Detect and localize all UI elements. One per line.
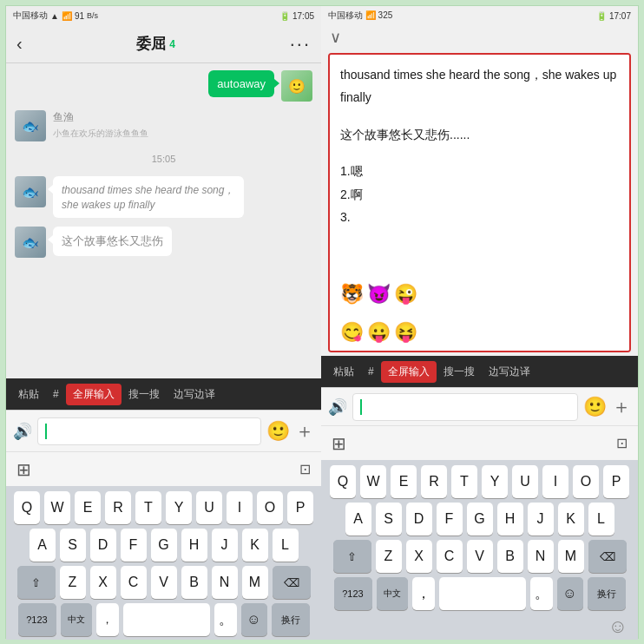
key-h[interactable]: H — [181, 529, 207, 562]
right-hashtag-button[interactable]: # — [361, 362, 381, 381]
key-q[interactable]: Q — [14, 491, 40, 524]
add-button[interactable]: ＋ — [295, 418, 314, 444]
left-chat-panel: 中国移动 ▲ 📶 91 B/s 🔋 17:05 ‹ 委屈 4 ··· — [6, 6, 321, 640]
right-key-z[interactable]: Z — [376, 540, 402, 573]
right-key-t[interactable]: T — [451, 465, 477, 498]
key-g[interactable]: G — [151, 529, 177, 562]
right-key-k[interactable]: K — [558, 503, 584, 536]
right-key-d[interactable]: D — [406, 503, 432, 536]
key-shift[interactable]: ⇧ — [17, 566, 56, 599]
right-key-a[interactable]: A — [345, 503, 371, 536]
paste-button[interactable]: 粘贴 — [11, 384, 46, 405]
right-grid-icon[interactable]: ⊞ — [332, 433, 346, 454]
right-key-y[interactable]: Y — [482, 465, 508, 498]
text-input-box[interactable] — [37, 417, 261, 445]
right-voice-icon[interactable]: 🔊 — [328, 398, 347, 417]
key-p[interactable]: P — [287, 491, 313, 524]
key-comma[interactable]: ， — [96, 603, 119, 636]
back-button[interactable]: ‹ — [16, 34, 23, 54]
voice-icon[interactable]: 🔊 — [13, 422, 32, 441]
down-icon[interactable]: ⊡ — [299, 461, 311, 477]
right-key-n[interactable]: N — [528, 540, 554, 573]
right-key-m[interactable]: M — [558, 540, 584, 573]
key-z[interactable]: Z — [60, 566, 86, 599]
key-space[interactable] — [123, 603, 210, 636]
right-key-o[interactable]: O — [573, 465, 599, 498]
search-button[interactable]: 搜一搜 — [122, 384, 167, 405]
right-key-123[interactable]: ?123 — [334, 577, 372, 610]
right-keyboard-row-3: ⇧ Z X C V B N M ⌫ — [325, 540, 634, 573]
key-f[interactable]: F — [121, 529, 147, 562]
key-backspace[interactable]: ⌫ — [273, 566, 311, 599]
right-key-u[interactable]: U — [512, 465, 538, 498]
bottom-right-emoji-icon[interactable]: ☺ — [608, 615, 628, 638]
right-emoji-button[interactable]: 🙂 — [583, 396, 607, 418]
key-l[interactable]: L — [273, 529, 299, 562]
right-key-emoji-bottom[interactable]: ☺ — [557, 577, 583, 610]
key-enter[interactable]: 换行 — [272, 603, 310, 636]
right-down-icon[interactable]: ⊡ — [616, 435, 628, 451]
emoji-4: 😋 — [340, 317, 364, 347]
right-key-space[interactable] — [439, 577, 526, 610]
key-w[interactable]: W — [44, 491, 70, 524]
right-key-s[interactable]: S — [376, 503, 402, 536]
right-key-x[interactable]: X — [406, 540, 432, 573]
key-x[interactable]: X — [90, 566, 116, 599]
right-key-c[interactable]: C — [437, 540, 463, 573]
key-i[interactable]: I — [227, 491, 253, 524]
right-key-r[interactable]: R — [421, 465, 447, 498]
right-key-j[interactable]: J — [528, 503, 554, 536]
right-add-button[interactable]: ＋ — [612, 394, 631, 420]
key-m[interactable]: M — [242, 566, 268, 599]
hashtag-button[interactable]: # — [46, 384, 66, 404]
right-key-i[interactable]: I — [542, 465, 568, 498]
fullscreen-text-editor[interactable]: thousand times she heard the song，she wa… — [328, 53, 631, 352]
right-key-e[interactable]: E — [391, 465, 417, 498]
right-key-p[interactable]: P — [603, 465, 629, 498]
right-key-q[interactable]: Q — [330, 465, 356, 498]
more-button[interactable]: ··· — [290, 33, 311, 56]
key-b[interactable]: B — [181, 566, 207, 599]
key-s[interactable]: S — [60, 529, 86, 562]
key-r[interactable]: R — [105, 491, 131, 524]
key-c[interactable]: C — [121, 566, 147, 599]
key-k[interactable]: K — [242, 529, 268, 562]
translate-button[interactable]: 边写边译 — [167, 384, 222, 405]
right-key-l[interactable]: L — [588, 503, 614, 536]
key-t[interactable]: T — [135, 491, 161, 524]
right-key-period[interactable]: 。 — [530, 577, 553, 610]
key-u[interactable]: U — [196, 491, 222, 524]
collapse-button[interactable]: ∨ — [321, 25, 638, 49]
key-chinese[interactable]: 中文 — [61, 603, 92, 636]
key-period[interactable]: 。 — [214, 603, 237, 636]
right-key-comma[interactable]: ， — [412, 577, 435, 610]
key-emoji-bottom[interactable]: ☺ — [241, 603, 267, 636]
key-j[interactable]: J — [212, 529, 238, 562]
right-key-f[interactable]: F — [437, 503, 463, 536]
key-o[interactable]: O — [257, 491, 283, 524]
key-123[interactable]: ?123 — [18, 603, 56, 636]
right-search-button[interactable]: 搜一搜 — [437, 361, 482, 383]
emoji-button[interactable]: 🙂 — [266, 420, 290, 443]
right-key-b[interactable]: B — [497, 540, 523, 573]
fullscreen-input-button[interactable]: 全屏输入 — [66, 384, 122, 405]
right-key-g[interactable]: G — [467, 503, 493, 536]
right-key-backspace[interactable]: ⌫ — [588, 540, 627, 573]
right-translate-button[interactable]: 边写边译 — [482, 361, 537, 383]
right-key-w[interactable]: W — [360, 465, 386, 498]
right-key-v[interactable]: V — [467, 540, 493, 573]
right-key-h[interactable]: H — [497, 503, 523, 536]
key-n[interactable]: N — [212, 566, 238, 599]
right-text-input[interactable] — [352, 393, 578, 421]
key-v[interactable]: V — [151, 566, 177, 599]
right-key-chinese[interactable]: 中文 — [377, 577, 408, 610]
key-a[interactable]: A — [30, 529, 56, 562]
key-y[interactable]: Y — [166, 491, 192, 524]
grid-icon[interactable]: ⊞ — [16, 459, 31, 480]
right-paste-button[interactable]: 粘贴 — [326, 361, 361, 383]
key-d[interactable]: D — [90, 529, 116, 562]
key-e[interactable]: E — [75, 491, 101, 524]
right-key-enter[interactable]: 换行 — [588, 577, 626, 610]
right-fullscreen-button[interactable]: 全屏输入 — [381, 361, 437, 383]
right-key-shift[interactable]: ⇧ — [333, 540, 371, 573]
